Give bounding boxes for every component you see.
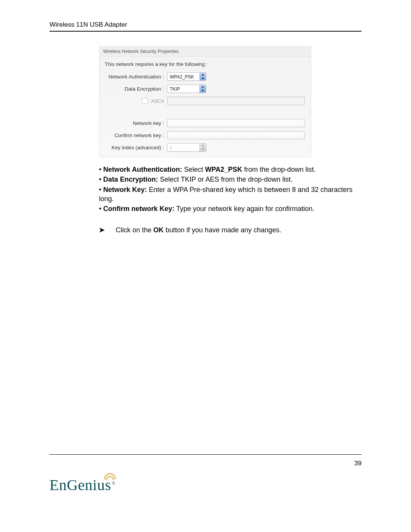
footer-rule xyxy=(49,454,362,455)
label-key-index: Key index (advanced) : xyxy=(105,145,167,150)
bullet-data-encryption: Data Encryption: Select TKIP or AES from… xyxy=(99,175,362,184)
engenius-logo: EnGenius® xyxy=(49,476,115,494)
label-ascii: ASCII xyxy=(151,98,164,104)
data-encryption-select[interactable]: TKIP xyxy=(167,85,206,93)
network-authentication-value: WPA2_PSK xyxy=(167,74,199,80)
key-index-value: 1 xyxy=(167,145,199,150)
bullet-confirm-network-key: Confirm network Key: Type your network k… xyxy=(99,204,362,213)
stepper-icon xyxy=(199,73,206,80)
page-number: 39 xyxy=(354,460,362,467)
network-key-input[interactable] xyxy=(167,119,305,127)
panel-title: Wireless Network Security Properties xyxy=(99,46,311,57)
label-data-encryption: Data Encryption : xyxy=(105,86,167,92)
stepper-icon xyxy=(199,85,206,93)
ok-instruction: ➤ Click on the OK button if you have mad… xyxy=(99,225,362,235)
label-network-key: Network key : xyxy=(105,120,167,126)
label-confirm-network-key: Confirm network key : xyxy=(105,133,167,138)
network-authentication-select[interactable]: WPA2_PSK xyxy=(167,72,206,81)
label-network-authentication: Network Authentication : xyxy=(105,74,167,80)
bullet-network-authentication: Network Authentication: Select WPA2_PSK … xyxy=(99,165,362,174)
instructions-block: Network Authentication: Select WPA2_PSK … xyxy=(99,165,362,235)
data-encryption-value: TKIP xyxy=(167,86,199,92)
stepper-icon xyxy=(199,144,206,151)
arrow-icon: ➤ xyxy=(99,225,116,235)
key-index-select[interactable]: 1 xyxy=(167,143,206,152)
panel-intro-text: This network requires a key for the foll… xyxy=(105,61,306,67)
ascii-checkbox[interactable] xyxy=(142,98,148,104)
bullet-network-key: Network Key: Enter a WPA Pre-shared key … xyxy=(99,185,362,204)
confirm-network-key-input[interactable] xyxy=(167,131,305,139)
document-header: Wireless 11N USB Adapter xyxy=(49,21,362,31)
header-rule xyxy=(49,31,362,32)
ascii-input[interactable] xyxy=(167,97,305,105)
wifi-arc-icon xyxy=(104,472,116,481)
security-properties-panel: Wireless Network Security Properties Thi… xyxy=(99,46,311,157)
